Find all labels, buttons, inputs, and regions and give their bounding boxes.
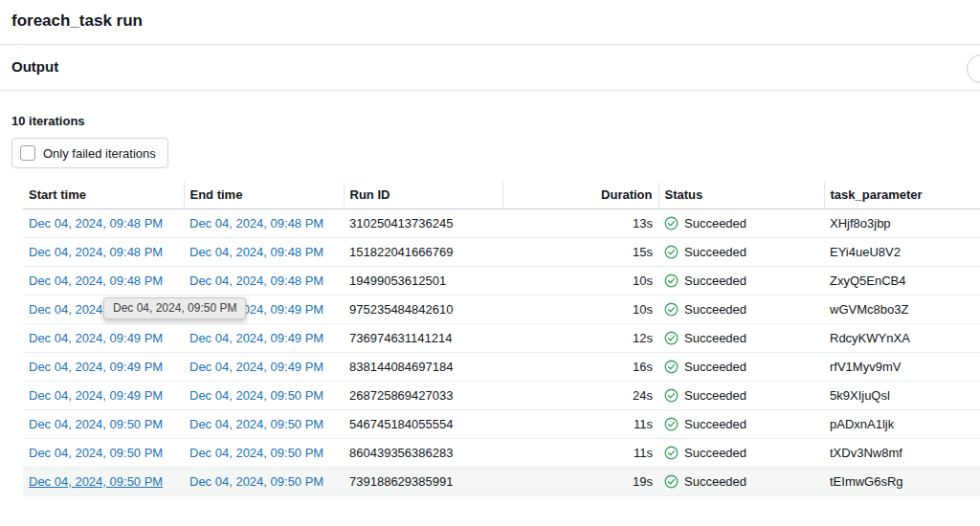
page-header: foreach_task run — [0, 0, 980, 44]
only-failed-iterations-filter[interactable]: Only failed iterations — [11, 138, 168, 168]
run-id-cell: 975235484842610 — [344, 296, 502, 324]
end-time-link[interactable]: Dec 04, 2024, 09:50 PM — [189, 446, 323, 460]
task-parameter-cell: EYi4ueU8V2 — [824, 238, 980, 267]
start-time-link[interactable]: Dec 04, 2024, 09:50 PM — [29, 446, 163, 460]
table-row: Dec 04, 2024, 09:50 PM Dec 04, 2024, 09:… — [23, 439, 980, 468]
run-id-cell: 310250413736245 — [344, 209, 502, 238]
succeeded-check-icon — [664, 417, 679, 431]
task-parameter-cell: tEImwG6sRg — [824, 468, 980, 496]
column-header-task-parameter[interactable]: task_parameter — [824, 182, 980, 209]
start-time-cell[interactable]: Dec 04, 2024, 09:48 PM — [23, 238, 184, 267]
foreach-task-run-page: foreach_task run Output 10 iterations On… — [0, 0, 980, 526]
status-cell: Succeeded — [658, 382, 824, 410]
end-time-cell[interactable]: Dec 04, 2024, 09:50 PM — [184, 410, 344, 439]
succeeded-check-icon — [664, 388, 679, 403]
status-cell: Succeeded — [658, 439, 824, 468]
start-time-link[interactable]: Dec 04, 2024, 09:49 PM — [29, 360, 163, 374]
start-time-link[interactable]: Dec 04, 2024, 09:48 PM — [29, 245, 163, 259]
duration-cell: 16s — [502, 353, 658, 382]
start-time-cell[interactable]: Dec 04, 2024, 09:50 PM — [23, 468, 184, 496]
status-cell: Succeeded — [658, 353, 824, 382]
run-id-cell: 736974631141214 — [344, 324, 502, 353]
start-time-link[interactable]: Dec 04, 2024, 09:50 PM — [29, 417, 163, 431]
end-time-cell[interactable]: Dec 04, 2024, 09:48 PM — [184, 238, 344, 267]
table-row: Dec 04, 2024, 09:50 PM Dec 04, 2024, 09:… — [23, 468, 980, 496]
run-id-cell: 838144084697184 — [344, 353, 502, 382]
start-time-link[interactable]: Dec 04, 2024, 09:49 PM — [29, 388, 163, 403]
status-label: Succeeded — [684, 302, 746, 317]
only-failed-iterations-label: Only failed iterations — [43, 146, 156, 161]
status-cell: Succeeded — [658, 468, 824, 496]
duration-cell: 10s — [502, 267, 658, 296]
end-time-link[interactable]: Dec 04, 2024, 09:50 PM — [189, 417, 323, 431]
start-time-cell[interactable]: Dec 04, 2024, 09:48 PM — [23, 209, 184, 238]
end-time-link[interactable]: Dec 04, 2024, 09:49 PM — [189, 360, 323, 374]
start-time-cell[interactable]: Dec 04, 2024, 09:48 PM — [23, 267, 184, 296]
column-header-duration[interactable]: Duration — [502, 182, 658, 209]
start-time-cell[interactable]: Dec 04, 2024, 09:50 PM — [23, 410, 184, 439]
task-parameter-cell: 5k9XIjuQsl — [824, 382, 980, 410]
column-header-status[interactable]: Status — [658, 182, 824, 209]
task-parameter-cell: tXDv3Nw8mf — [824, 439, 980, 468]
iterations-table-body: Dec 04, 2024, 09:48 PM Dec 04, 2024, 09:… — [23, 209, 980, 496]
status-label: Succeeded — [684, 360, 746, 374]
end-time-link[interactable]: Dec 04, 2024, 09:48 PM — [189, 245, 323, 259]
output-body: 10 iterations Only failed iterations Sta… — [0, 91, 980, 496]
status-cell: Succeeded — [658, 238, 824, 267]
end-time-cell[interactable]: Dec 04, 2024, 09:48 PM — [184, 267, 344, 296]
table-row: Dec 04, 2024, 09:48 PM Dec 04, 2024, 09:… — [23, 209, 980, 238]
succeeded-check-icon — [664, 302, 679, 317]
duration-cell: 12s — [502, 324, 658, 353]
end-time-cell[interactable]: Dec 04, 2024, 09:50 PM — [184, 468, 344, 496]
only-failed-iterations-checkbox[interactable] — [20, 145, 35, 161]
column-header-run-id[interactable]: Run ID — [344, 182, 502, 209]
run-id-cell: 860439356386283 — [344, 439, 502, 468]
status-label: Succeeded — [684, 446, 746, 460]
start-time-link[interactable]: Dec 04, 2024, 09:48 PM — [29, 216, 163, 230]
status-cell: Succeeded — [658, 324, 824, 353]
column-header-start-time[interactable]: Start time — [23, 182, 184, 209]
succeeded-check-icon — [664, 245, 679, 259]
end-time-cell[interactable]: Dec 04, 2024, 09:50 PM — [184, 439, 344, 468]
status-label: Succeeded — [684, 216, 746, 230]
succeeded-check-icon — [664, 446, 679, 460]
end-time-tooltip: Dec 04, 2024, 09:50 PM — [103, 297, 246, 319]
end-time-cell[interactable]: Dec 04, 2024, 09:49 PM — [184, 353, 344, 382]
start-time-link[interactable]: Dec 04, 2024, 09:49 PM — [29, 331, 163, 345]
end-time-link[interactable]: Dec 04, 2024, 09:50 PM — [189, 474, 323, 489]
tooltip-text: Dec 04, 2024, 09:50 PM — [113, 301, 236, 315]
task-parameter-cell: RdcyKWYnXA — [824, 324, 980, 353]
succeeded-check-icon — [664, 474, 679, 489]
start-time-cell[interactable]: Dec 04, 2024, 09:50 PM — [23, 439, 184, 468]
table-row: Dec 04, 2024, 09:50 PM Dec 04, 2024, 09:… — [23, 410, 980, 439]
status-cell: Succeeded — [658, 296, 824, 324]
status-label: Succeeded — [684, 331, 746, 345]
run-id-cell: 19499053612501 — [344, 267, 502, 296]
iterations-table: Start time End time Run ID Duration Stat… — [23, 182, 980, 496]
run-id-cell: 151822041666769 — [344, 238, 502, 267]
page-title: foreach_task run — [11, 11, 143, 30]
start-time-cell[interactable]: Dec 04, 2024, 09:49 PM — [23, 382, 184, 410]
end-time-cell[interactable]: Dec 04, 2024, 09:50 PM — [184, 382, 344, 410]
start-time-link[interactable]: Dec 04, 2024, 09:48 PM — [29, 274, 163, 288]
end-time-link[interactable]: Dec 04, 2024, 09:48 PM — [189, 216, 323, 230]
end-time-link[interactable]: Dec 04, 2024, 09:49 PM — [189, 331, 323, 345]
task-parameter-cell: pADxnA1ljk — [824, 410, 980, 439]
table-row: Dec 04, 2024, 09:48 PM Dec 04, 2024, 09:… — [23, 238, 980, 267]
duration-cell: 19s — [502, 468, 658, 496]
end-time-cell[interactable]: Dec 04, 2024, 09:49 PM — [184, 324, 344, 353]
output-section-header: Output — [0, 45, 980, 90]
start-time-link[interactable]: Dec 04, 2024, 09:50 PM — [29, 474, 163, 489]
start-time-cell[interactable]: Dec 04, 2024, 09:49 PM — [23, 353, 184, 382]
end-time-link[interactable]: Dec 04, 2024, 09:50 PM — [189, 388, 323, 403]
end-time-cell[interactable]: Dec 04, 2024, 09:48 PM — [184, 209, 344, 238]
run-id-cell: 268725869427033 — [344, 382, 502, 410]
start-time-cell[interactable]: Dec 04, 2024, 09:49 PM — [23, 324, 184, 353]
output-section-title: Output — [11, 58, 58, 75]
column-header-end-time[interactable]: End time — [184, 182, 344, 209]
status-label: Succeeded — [684, 474, 746, 489]
end-time-link[interactable]: Dec 04, 2024, 09:48 PM — [189, 274, 323, 288]
duration-cell: 13s — [502, 209, 658, 238]
table-header-row: Start time End time Run ID Duration Stat… — [23, 182, 980, 209]
task-parameter-cell: wGVMc8bo3Z — [824, 296, 980, 324]
